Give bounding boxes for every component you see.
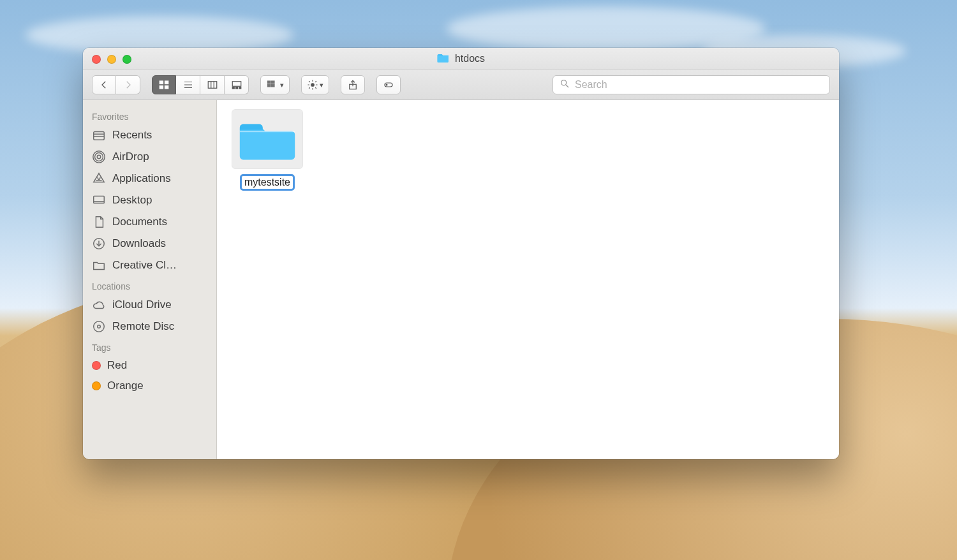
window-title: htdocs (437, 52, 485, 65)
svg-rect-11 (232, 87, 234, 89)
sidebar-section-locations: Locations (83, 276, 216, 294)
edit-tags-button[interactable] (376, 75, 401, 94)
icloud-icon (92, 298, 106, 312)
svg-rect-1 (165, 81, 168, 84)
share-group (341, 75, 365, 94)
svg-point-27 (95, 153, 103, 161)
sidebar-item-airdrop[interactable]: AirDrop (83, 146, 216, 168)
sidebar-item-label: Documents (112, 216, 167, 228)
folder-icon (92, 258, 106, 272)
sidebar-item-label: Red (107, 359, 127, 372)
sidebar-item-label: Desktop (112, 194, 152, 207)
sidebar-item-label: AirDrop (112, 151, 149, 163)
svg-rect-3 (165, 86, 168, 89)
chevron-down-icon: ▾ (320, 81, 323, 89)
sidebar-item-label: Orange (107, 379, 144, 392)
sidebar-item-label: iCloud Drive (112, 298, 172, 311)
share-button[interactable] (341, 75, 365, 94)
svg-point-20 (386, 84, 387, 85)
svg-rect-23 (94, 132, 105, 140)
svg-point-36 (94, 321, 105, 332)
folder-item[interactable]: mytestsite (230, 109, 305, 191)
sidebar-item-tag-orange[interactable]: Orange (83, 376, 216, 396)
sidebar-item-remote-disc[interactable]: Remote Disc (83, 316, 216, 337)
applications-icon (92, 172, 106, 186)
svg-point-37 (98, 325, 101, 328)
sidebar-section-favorites: Favorites (83, 107, 216, 124)
chevron-down-icon: ▾ (280, 81, 284, 89)
airdrop-icon (92, 150, 106, 164)
svg-rect-10 (232, 82, 241, 87)
sidebar-item-creative-cloud[interactable]: Creative Cl… (83, 254, 216, 276)
forward-button[interactable] (116, 75, 140, 94)
search-input[interactable] (575, 79, 823, 91)
action-button[interactable]: ▾ (301, 75, 329, 94)
tags-group (376, 75, 401, 94)
sidebar-item-label: Downloads (112, 237, 166, 250)
svg-rect-16 (268, 84, 271, 87)
svg-rect-2 (160, 86, 163, 89)
sidebar-item-label: Recents (112, 129, 152, 142)
view-mode-buttons (152, 75, 249, 94)
window-body: Favorites Recents AirDrop Applications D… (83, 100, 839, 459)
svg-rect-0 (160, 81, 163, 84)
sidebar-item-label: Applications (112, 172, 171, 185)
tag-dot-icon (92, 381, 101, 390)
documents-icon (92, 215, 106, 229)
svg-rect-12 (235, 87, 237, 89)
svg-point-21 (561, 80, 567, 85)
traffic-lights (92, 55, 131, 64)
svg-point-18 (311, 84, 315, 87)
recents-icon (92, 128, 106, 142)
svg-rect-15 (272, 81, 275, 84)
sidebar-item-downloads[interactable]: Downloads (83, 233, 216, 254)
sidebar-item-desktop[interactable]: Desktop (83, 189, 216, 211)
sidebar-item-icloud-drive[interactable]: iCloud Drive (83, 294, 216, 316)
search-icon (560, 78, 570, 91)
content-area[interactable]: mytestsite (217, 100, 839, 459)
folder-icon-selected (232, 109, 303, 169)
sidebar-item-label: Creative Cl… (112, 259, 177, 272)
column-view-button[interactable] (200, 75, 225, 94)
search-field[interactable] (553, 75, 830, 94)
folder-icon (437, 52, 450, 65)
svg-rect-32 (94, 196, 105, 203)
svg-rect-38 (240, 131, 295, 132)
svg-rect-14 (268, 81, 271, 84)
minimize-button[interactable] (107, 55, 116, 64)
list-view-button[interactable] (176, 75, 200, 94)
svg-rect-17 (272, 84, 275, 87)
window-title-text: htdocs (455, 53, 485, 64)
svg-rect-7 (208, 82, 217, 89)
toolbar: ▾ ▾ (83, 70, 839, 100)
folder-name-edit[interactable]: mytestsite (240, 174, 295, 191)
nav-buttons (92, 75, 140, 94)
sidebar-item-tag-red[interactable]: Red (83, 355, 216, 376)
sidebar-item-applications[interactable]: Applications (83, 168, 216, 189)
desktop-icon (92, 193, 106, 207)
icon-view-button[interactable] (152, 75, 176, 94)
titlebar[interactable]: htdocs (83, 48, 839, 70)
sidebar-item-label: Remote Disc (112, 320, 174, 333)
tag-dot-icon (92, 361, 101, 370)
downloads-icon (92, 237, 106, 251)
arrange-button[interactable]: ▾ (260, 75, 290, 94)
sidebar: Favorites Recents AirDrop Applications D… (83, 100, 217, 459)
close-button[interactable] (92, 55, 101, 64)
svg-line-22 (566, 85, 568, 87)
gallery-view-button[interactable] (225, 75, 249, 94)
sidebar-item-recents[interactable]: Recents (83, 124, 216, 146)
sidebar-item-documents[interactable]: Documents (83, 211, 216, 233)
finder-window: htdocs (83, 48, 839, 459)
sidebar-section-tags: Tags (83, 337, 216, 355)
zoom-button[interactable] (122, 55, 131, 64)
svg-point-26 (97, 155, 101, 159)
svg-rect-13 (239, 87, 241, 89)
arrange-group: ▾ (260, 75, 290, 94)
back-button[interactable] (92, 75, 116, 94)
remotedisc-icon (92, 320, 106, 334)
action-group: ▾ (301, 75, 329, 94)
